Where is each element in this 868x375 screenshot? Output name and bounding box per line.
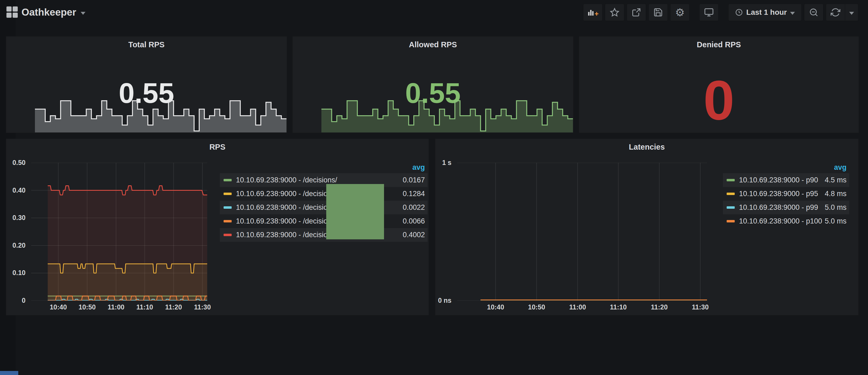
latencies-y-axis: 1 s0 ns: [435, 163, 455, 301]
sparkline-svg: [321, 99, 573, 132]
share-button[interactable]: [627, 4, 646, 21]
corner-strip-artifact: [0, 371, 18, 375]
save-button[interactable]: [648, 4, 668, 21]
legend-row[interactable]: 10.10.69.238:9000 - p1005.0 ms: [723, 214, 849, 228]
rps-x-axis: 10:4010:5011:0011:1011:2011:30: [31, 303, 207, 313]
dashboard-grid-icon[interactable]: [6, 6, 18, 18]
x-tick-label: 10:40: [42, 303, 74, 311]
legend-row[interactable]: 10.10.69.238:9000 - /decisions/0.0022: [220, 201, 428, 214]
chevron-down-icon: [81, 12, 86, 15]
rps-svg: [31, 163, 207, 301]
legend-swatch-icon: [224, 193, 231, 195]
toolbar-spacer: [721, 4, 726, 21]
x-tick-label: 11:10: [602, 303, 634, 311]
x-tick-label: 11:00: [561, 303, 594, 311]
legend-row[interactable]: 10.10.69.238:9000 - p954.8 ms: [723, 187, 849, 201]
legend-avg-header[interactable]: avg: [723, 161, 849, 173]
x-tick-label: 11:30: [186, 303, 218, 311]
legend-swatch-icon: [224, 220, 231, 222]
chevron-down-icon: [790, 12, 795, 15]
legend-avg-header[interactable]: avg: [220, 161, 428, 173]
search-minus-icon: [809, 7, 818, 17]
grafana-dashboard: Oathkeeper + ⚙: [0, 0, 868, 375]
gear-icon: ⚙: [675, 7, 685, 17]
panel-rps: RPS 0.500.400.300.200.100 10:4010:5011:0…: [6, 138, 429, 315]
legend-avg-value: 0.4002: [403, 231, 425, 239]
sparkline-svg: [35, 99, 286, 132]
time-range-label: Last 1 hour: [746, 8, 787, 17]
panel-title[interactable]: RPS: [6, 143, 429, 152]
legend-swatch-icon: [224, 179, 231, 181]
toolbar: + ⚙ Last 1 hour: [583, 4, 858, 21]
panel-title[interactable]: Total RPS: [6, 40, 287, 49]
x-tick-label: 11:20: [643, 303, 675, 311]
legend-swatch-icon: [727, 220, 735, 222]
panel-title[interactable]: Denied RPS: [579, 40, 859, 49]
legend-avg-value: 0.0022: [403, 204, 425, 212]
toolbar-spacer: [692, 4, 697, 21]
legend-row[interactable]: 10.10.69.238:9000 - p995.0 ms: [723, 201, 849, 214]
x-tick-label: 10:40: [479, 303, 512, 311]
chevron-down-icon: [849, 12, 854, 15]
grid-square: [12, 6, 18, 11]
panel-allowed-rps: Allowed RPS 0.55: [292, 36, 574, 133]
grid-square: [6, 12, 11, 18]
y-tick-label: 0.40: [12, 186, 26, 194]
dashboard-title-dropdown[interactable]: Oathkeeper: [22, 0, 86, 25]
legend-row[interactable]: 10.10.69.238:9000 - /decisions/0.0066: [220, 214, 428, 228]
legend-avg-value: 5.0 ms: [825, 204, 846, 212]
legend-series-name: 10.10.69.238:9000 - p100: [739, 217, 825, 225]
save-icon: [653, 7, 663, 17]
rps-y-axis: 0.500.400.300.200.100: [6, 163, 29, 301]
star-button[interactable]: [605, 4, 624, 21]
grid-square: [12, 12, 18, 18]
latencies-chart-plot[interactable]: [457, 163, 707, 301]
grid-square: [6, 6, 11, 11]
legend-avg-value: 0.0167: [403, 176, 425, 184]
clock-icon: [735, 8, 743, 17]
navbar: Oathkeeper + ⚙: [0, 0, 868, 25]
settings-button[interactable]: ⚙: [670, 4, 689, 21]
panel-title[interactable]: Latencies: [435, 143, 858, 152]
share-icon: [631, 7, 641, 17]
x-tick-label: 11:30: [684, 303, 716, 311]
legend-row[interactable]: 10.10.69.238:9000 - p904.5 ms: [723, 173, 849, 187]
y-tick-label: 0 ns: [438, 296, 452, 304]
legend-series-name: 10.10.69.238:9000 - p90: [739, 176, 825, 184]
legend-series-name: 10.10.69.238:9000 - p95: [739, 190, 825, 198]
y-tick-label: 1 s: [442, 159, 452, 166]
legend-avg-value: 4.5 ms: [825, 176, 846, 184]
page-title: Oathkeeper: [22, 7, 76, 18]
legend-row[interactable]: 10.10.69.238:9000 - /decisions/0.1284: [220, 187, 428, 201]
x-tick-label: 11:10: [128, 303, 161, 311]
add-panel-button[interactable]: +: [583, 4, 602, 21]
y-tick-label: 0.20: [12, 242, 26, 249]
monitor-icon: [704, 7, 714, 17]
x-tick-label: 10:50: [521, 303, 553, 311]
panel-total-rps: Total RPS 0.55: [6, 36, 287, 133]
legend-swatch-icon: [224, 206, 231, 209]
rps-chart-plot[interactable]: [31, 163, 207, 301]
zoom-out-button[interactable]: [804, 4, 824, 21]
y-tick-label: 0.50: [12, 159, 26, 166]
legend-avg-value: 0.0066: [403, 217, 425, 225]
legend-swatch-icon: [727, 193, 735, 195]
refresh-button[interactable]: [826, 4, 845, 21]
legend-avg-value: 4.8 ms: [825, 190, 846, 198]
legend-row[interactable]: 10.10.69.238:9000 - /decisions/0.0167: [220, 173, 428, 187]
y-tick-label: 0.10: [12, 269, 26, 277]
latencies-x-axis: 10:4010:5011:0011:1011:2011:30: [457, 303, 707, 313]
panel-title[interactable]: Allowed RPS: [293, 40, 573, 49]
x-tick-label: 10:50: [71, 303, 103, 311]
plus-icon: +: [594, 10, 598, 18]
allowed-rps-sparkline: [321, 99, 573, 132]
refresh-interval-dropdown[interactable]: [845, 4, 858, 21]
legend-row[interactable]: 10.10.69.238:9000 - /decisions/0.4002: [220, 228, 428, 242]
stat-value-denied-rps: 0: [579, 68, 859, 132]
cycle-view-mode-button[interactable]: [699, 4, 719, 21]
star-icon: [610, 7, 619, 17]
time-range-picker[interactable]: Last 1 hour: [728, 4, 802, 21]
legend-swatch-icon: [224, 234, 231, 236]
x-tick-label: 11:00: [100, 303, 132, 311]
rps-legend: avg10.10.69.238:9000 - /decisions/0.0167…: [220, 161, 428, 242]
